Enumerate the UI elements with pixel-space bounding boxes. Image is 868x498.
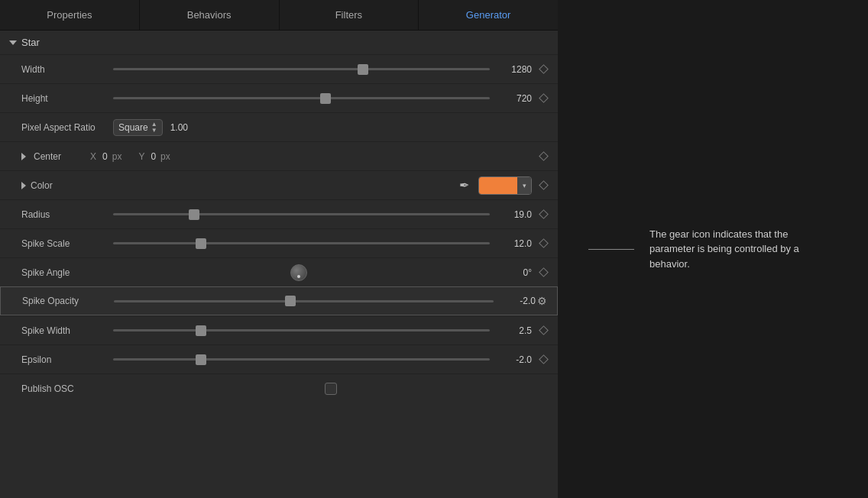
par-label: Pixel Aspect Ratio xyxy=(21,122,113,133)
height-row: Height 720 xyxy=(0,83,558,112)
epsilon-value: -2.0 xyxy=(490,354,532,365)
spike-scale-row: Spike Scale 12.0 xyxy=(0,228,558,257)
width-thumb[interactable] xyxy=(358,64,368,75)
x-axis-label: X xyxy=(90,151,96,162)
color-collapse-icon[interactable] xyxy=(21,182,26,189)
par-stepper[interactable]: ▲ ▼ xyxy=(151,121,157,134)
epsilon-keyframe[interactable] xyxy=(538,354,549,365)
radius-track xyxy=(113,213,490,215)
epsilon-row: Epsilon -2.0 xyxy=(0,344,558,374)
gear-icon[interactable]: ⚙ xyxy=(536,295,548,307)
spike-scale-value: 12.0 xyxy=(490,238,532,249)
tab-filters[interactable]: Filters xyxy=(280,0,419,30)
height-keyframe[interactable] xyxy=(538,93,549,104)
spike-scale-label: Spike Scale xyxy=(21,238,113,249)
radius-thumb[interactable] xyxy=(189,209,199,220)
spike-angle-unit: ° xyxy=(528,267,532,278)
publish-osc-label: Publish OSC xyxy=(21,383,113,394)
center-keyframe[interactable] xyxy=(538,151,549,162)
tab-bar: Properties Behaviors Filters Generator xyxy=(0,0,558,31)
color-swatch-button[interactable]: ▾ xyxy=(478,176,532,195)
tab-generator[interactable]: Generator xyxy=(419,0,558,30)
epsilon-label: Epsilon xyxy=(21,354,113,365)
height-slider[interactable] xyxy=(113,97,490,99)
y-axis-label: Y xyxy=(138,151,144,162)
diamond-shape xyxy=(539,151,549,161)
radius-value: 19.0 xyxy=(490,209,532,220)
panel-content: Star Width 1280 Height 720 xyxy=(0,31,558,498)
y-value: 0 xyxy=(151,151,156,162)
star-section-header[interactable]: Star xyxy=(0,31,558,54)
knob-indicator xyxy=(297,275,300,278)
spike-angle-value: 0° xyxy=(490,267,532,278)
publish-osc-row: Publish OSC xyxy=(0,374,558,403)
radius-row: Radius 19.0 xyxy=(0,199,558,228)
x-unit: px xyxy=(112,151,122,162)
section-title: Star xyxy=(21,37,40,48)
spike-width-slider[interactable] xyxy=(113,329,490,331)
spike-opacity-value: -2.0 xyxy=(494,296,536,306)
publish-osc-checkbox[interactable] xyxy=(325,383,337,395)
callout: The gear icon indicates that the paramet… xyxy=(588,227,818,272)
diamond-shape xyxy=(539,267,549,277)
spike-angle-row: Spike Angle 0° xyxy=(0,257,558,286)
spike-opacity-thumb[interactable] xyxy=(285,296,296,306)
spike-width-keyframe[interactable] xyxy=(538,325,549,336)
height-thumb[interactable] xyxy=(320,93,331,104)
diamond-shape xyxy=(539,180,549,190)
epsilon-track xyxy=(113,358,490,361)
color-swatch xyxy=(479,177,517,194)
diamond-shape xyxy=(539,209,549,219)
spike-scale-keyframe[interactable] xyxy=(538,238,549,249)
radius-slider[interactable] xyxy=(113,213,490,215)
width-slider[interactable] xyxy=(113,68,490,70)
color-keyframe[interactable] xyxy=(538,180,549,191)
spike-width-track xyxy=(113,329,490,331)
height-label: Height xyxy=(21,93,113,104)
properties-panel: Properties Behaviors Filters Generator S… xyxy=(0,0,558,498)
center-label: Center xyxy=(34,151,87,162)
width-row: Width 1280 xyxy=(0,54,558,83)
callout-line xyxy=(588,249,634,250)
center-collapse-icon[interactable] xyxy=(21,153,26,160)
eyedropper-icon[interactable]: ✒ xyxy=(459,178,469,192)
x-value: 0 xyxy=(102,151,108,162)
width-value: 1280 xyxy=(490,64,532,75)
callout-text: The gear icon indicates that the paramet… xyxy=(649,227,818,272)
color-label: Color xyxy=(31,180,122,191)
diamond-shape xyxy=(539,354,549,364)
spike-angle-keyframe[interactable] xyxy=(538,267,549,278)
spike-width-thumb[interactable] xyxy=(196,325,206,336)
diamond-shape xyxy=(539,93,549,103)
radius-keyframe[interactable] xyxy=(538,209,549,220)
color-dropdown-arrow[interactable]: ▾ xyxy=(517,177,531,194)
tab-behaviors[interactable]: Behaviors xyxy=(140,0,280,30)
width-keyframe[interactable] xyxy=(538,64,549,75)
spike-opacity-slider[interactable] xyxy=(114,300,494,302)
width-track xyxy=(113,68,490,70)
par-select[interactable]: Square ▲ ▼ xyxy=(113,119,163,136)
tab-properties[interactable]: Properties xyxy=(0,0,140,30)
epsilon-thumb[interactable] xyxy=(196,354,206,365)
spike-scale-thumb[interactable] xyxy=(196,238,206,249)
center-row: Center X 0 px Y 0 px xyxy=(0,141,558,170)
height-track xyxy=(113,97,490,99)
epsilon-slider[interactable] xyxy=(113,358,490,361)
spike-opacity-track xyxy=(114,300,494,302)
collapse-icon xyxy=(9,40,17,45)
spike-width-label: Spike Width xyxy=(21,325,113,336)
spike-opacity-row: Spike Opacity -2.0 ⚙ xyxy=(0,286,558,315)
width-label: Width xyxy=(21,64,113,75)
diamond-shape xyxy=(539,325,549,335)
par-value: 1.00 xyxy=(170,122,188,133)
diamond-shape xyxy=(539,238,549,248)
spike-width-row: Spike Width 2.5 xyxy=(0,315,558,344)
diamond-shape xyxy=(539,64,549,74)
spike-angle-label: Spike Angle xyxy=(21,267,113,278)
spike-width-value: 2.5 xyxy=(490,325,532,336)
radius-label: Radius xyxy=(21,209,113,220)
spike-angle-knob[interactable] xyxy=(290,264,307,281)
spike-scale-slider[interactable] xyxy=(113,242,490,244)
par-row: Pixel Aspect Ratio Square ▲ ▼ 1.00 xyxy=(0,112,558,141)
y-unit: px xyxy=(160,151,170,162)
